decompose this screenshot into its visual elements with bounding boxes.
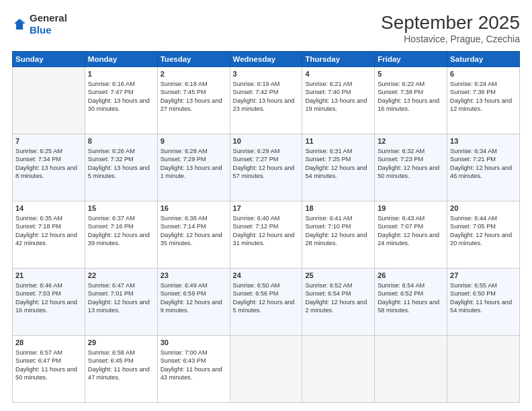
calendar-cell: 12Sunrise: 6:32 AMSunset: 7:23 PMDayligh… — [375, 134, 447, 201]
sunrise-text: Sunrise: 6:46 AM — [15, 281, 82, 289]
daylight-text: Daylight: 13 hours and 16 minutes. — [378, 97, 444, 113]
day-number: 1 — [88, 69, 154, 79]
calendar-cell: 27Sunrise: 6:55 AMSunset: 6:50 PMDayligh… — [447, 269, 520, 336]
calendar-cell: 21Sunrise: 6:46 AMSunset: 7:03 PMDayligh… — [13, 269, 85, 336]
daylight-text: Daylight: 12 hours and 42 minutes. — [15, 231, 82, 248]
day-number: 15 — [88, 203, 154, 214]
calendar-cell: 2Sunrise: 6:18 AMSunset: 7:45 PMDaylight… — [157, 67, 230, 134]
calendar-cell: 11Sunrise: 6:31 AMSunset: 7:25 PMDayligh… — [302, 134, 375, 201]
day-number: 16 — [161, 203, 227, 214]
sunrise-text: Sunrise: 6:43 AM — [378, 214, 444, 222]
calendar-cell: 18Sunrise: 6:41 AMSunset: 7:10 PMDayligh… — [302, 201, 375, 269]
sunset-text: Sunset: 6:54 PM — [305, 289, 371, 298]
calendar-cell: 29Sunrise: 6:58 AMSunset: 6:45 PMDayligh… — [85, 336, 157, 403]
daylight-text: Daylight: 12 hours and 5 minutes. — [233, 298, 300, 315]
day-number: 11 — [305, 136, 371, 146]
sunset-text: Sunset: 7:25 PM — [305, 155, 371, 163]
sunset-text: Sunset: 7:45 PM — [161, 88, 227, 96]
sunrise-text: Sunrise: 6:34 AM — [450, 147, 517, 155]
sunset-text: Sunset: 7:23 PM — [378, 155, 444, 163]
day-number: 23 — [161, 271, 227, 281]
sunrise-text: Sunrise: 6:26 AM — [88, 147, 154, 155]
calendar-cell: 1Sunrise: 6:16 AMSunset: 7:47 PMDaylight… — [85, 67, 157, 134]
location: Hostavice, Prague, Czechia — [381, 34, 520, 44]
sunrise-text: Sunrise: 6:49 AM — [161, 281, 227, 289]
calendar-cell: 10Sunrise: 6:29 AMSunset: 7:27 PMDayligh… — [230, 134, 302, 201]
sunset-text: Sunset: 7:03 PM — [15, 289, 82, 298]
calendar-cell: 13Sunrise: 6:34 AMSunset: 7:21 PMDayligh… — [447, 134, 520, 201]
calendar-cell — [302, 336, 375, 403]
sunrise-text: Sunrise: 6:16 AM — [88, 80, 154, 88]
day-number: 2 — [161, 69, 227, 79]
daylight-text: Daylight: 12 hours and 16 minutes. — [15, 298, 82, 315]
calendar-cell: 20Sunrise: 6:44 AMSunset: 7:05 PMDayligh… — [447, 201, 520, 269]
sunset-text: Sunset: 7:42 PM — [233, 88, 300, 96]
day-header-monday: Monday — [85, 52, 157, 67]
day-number: 25 — [305, 271, 371, 281]
daylight-text: Daylight: 12 hours and 31 minutes. — [233, 231, 300, 248]
month-title: September 2025 — [381, 12, 520, 34]
sunset-text: Sunset: 6:43 PM — [161, 357, 227, 365]
sunset-text: Sunset: 7:29 PM — [161, 155, 227, 163]
day-number: 8 — [88, 136, 154, 146]
title-block: September 2025 Hostavice, Prague, Czechi… — [381, 12, 520, 44]
logo-icon — [12, 17, 27, 32]
calendar-week-5: 28Sunrise: 6:57 AMSunset: 6:47 PMDayligh… — [13, 336, 520, 403]
daylight-text: Daylight: 12 hours and 39 minutes. — [88, 231, 154, 248]
sunrise-text: Sunrise: 6:32 AM — [378, 147, 444, 155]
sunrise-text: Sunrise: 6:54 AM — [378, 281, 444, 289]
sunset-text: Sunset: 7:32 PM — [88, 155, 154, 163]
day-number: 27 — [450, 271, 517, 281]
day-number: 26 — [378, 271, 444, 281]
calendar-header-row: SundayMondayTuesdayWednesdayThursdayFrid… — [13, 52, 520, 67]
day-number: 20 — [450, 203, 517, 214]
sunrise-text: Sunrise: 6:37 AM — [88, 214, 154, 222]
sunset-text: Sunset: 7:05 PM — [450, 222, 517, 230]
calendar-cell: 23Sunrise: 6:49 AMSunset: 6:59 PMDayligh… — [157, 269, 230, 336]
calendar-cell — [447, 336, 520, 403]
sunrise-text: Sunrise: 6:31 AM — [305, 147, 371, 155]
daylight-text: Daylight: 13 hours and 19 minutes. — [305, 97, 371, 113]
sunset-text: Sunset: 7:40 PM — [305, 88, 371, 96]
daylight-text: Daylight: 11 hours and 43 minutes. — [161, 365, 227, 382]
sunrise-text: Sunrise: 6:58 AM — [88, 349, 154, 357]
sunset-text: Sunset: 6:56 PM — [233, 289, 300, 298]
calendar-cell: 5Sunrise: 6:22 AMSunset: 7:38 PMDaylight… — [375, 67, 447, 134]
calendar-cell: 15Sunrise: 6:37 AMSunset: 7:16 PMDayligh… — [85, 201, 157, 269]
sunrise-text: Sunrise: 6:57 AM — [15, 349, 82, 357]
calendar-cell: 6Sunrise: 6:24 AMSunset: 7:36 PMDaylight… — [447, 67, 520, 134]
calendar-cell: 4Sunrise: 6:21 AMSunset: 7:40 PMDaylight… — [302, 67, 375, 134]
calendar-week-4: 21Sunrise: 6:46 AMSunset: 7:03 PMDayligh… — [13, 269, 520, 336]
calendar-cell: 3Sunrise: 6:19 AMSunset: 7:42 PMDaylight… — [230, 67, 302, 134]
sunset-text: Sunset: 7:01 PM — [88, 289, 154, 298]
calendar-cell: 8Sunrise: 6:26 AMSunset: 7:32 PMDaylight… — [85, 134, 157, 201]
logo-text: General Blue — [30, 12, 67, 36]
sunrise-text: Sunrise: 6:41 AM — [305, 214, 371, 222]
sunset-text: Sunset: 7:07 PM — [378, 222, 444, 230]
calendar-cell: 24Sunrise: 6:50 AMSunset: 6:56 PMDayligh… — [230, 269, 302, 336]
svg-marker-0 — [14, 19, 25, 30]
daylight-text: Daylight: 13 hours and 12 minutes. — [450, 97, 517, 113]
day-number: 6 — [450, 69, 517, 79]
calendar-cell: 25Sunrise: 6:52 AMSunset: 6:54 PMDayligh… — [302, 269, 375, 336]
sunrise-text: Sunrise: 6:44 AM — [450, 214, 517, 222]
calendar-cell: 30Sunrise: 7:00 AMSunset: 6:43 PMDayligh… — [157, 336, 230, 403]
day-number: 30 — [161, 338, 227, 348]
sunset-text: Sunset: 7:10 PM — [305, 222, 371, 230]
daylight-text: Daylight: 12 hours and 9 minutes. — [161, 298, 227, 315]
sunset-text: Sunset: 6:47 PM — [15, 357, 82, 365]
day-number: 24 — [233, 271, 300, 281]
sunset-text: Sunset: 7:12 PM — [233, 222, 300, 230]
day-number: 12 — [378, 136, 444, 146]
day-number: 3 — [233, 69, 300, 79]
sunset-text: Sunset: 7:38 PM — [378, 88, 444, 96]
sunrise-text: Sunrise: 6:19 AM — [233, 80, 300, 88]
daylight-text: Daylight: 12 hours and 2 minutes. — [305, 298, 371, 315]
day-header-wednesday: Wednesday — [230, 52, 302, 67]
daylight-text: Daylight: 13 hours and 27 minutes. — [161, 97, 227, 113]
sunset-text: Sunset: 7:16 PM — [88, 222, 154, 230]
daylight-text: Daylight: 11 hours and 54 minutes. — [450, 298, 517, 315]
sunset-text: Sunset: 7:34 PM — [15, 155, 82, 163]
daylight-text: Daylight: 13 hours and 5 minutes. — [88, 164, 154, 181]
calendar-cell: 7Sunrise: 6:25 AMSunset: 7:34 PMDaylight… — [13, 134, 85, 201]
